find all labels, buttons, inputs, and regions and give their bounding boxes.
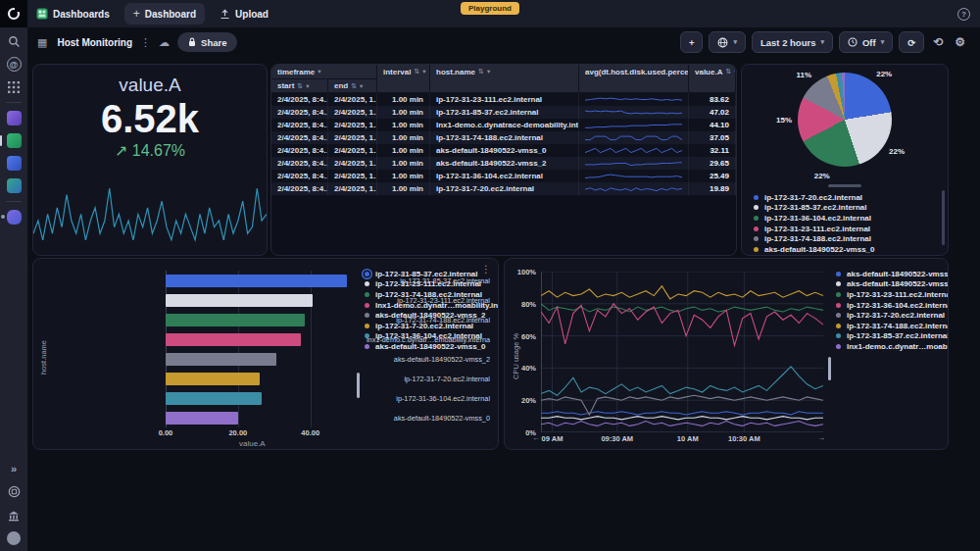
- legend-item[interactable]: ip-172-31-85-37.ec2.internal: [754, 203, 948, 214]
- expand-sidebar-icon[interactable]: »: [7, 461, 22, 476]
- legend-label: ip-172-31-7-20.ec2.internal: [764, 193, 862, 202]
- disk-sparkline: [585, 183, 682, 194]
- legend-item[interactable]: ip-172-31-85-37.ec2.internal: [836, 331, 949, 342]
- time-range-dropdown[interactable]: Last 2 hours ▾: [752, 31, 833, 53]
- sort-icon: ⇅: [351, 82, 357, 90]
- column-header-value[interactable]: value.A ⇅ ▾: [689, 65, 736, 93]
- legend-item[interactable]: aks-default-18490522-vmss_0: [754, 244, 948, 255]
- top-app-bar: Dashboards + Dashboard Upload Playground…: [0, 0, 980, 27]
- table-row[interactable]: 2/4/2025, 8:4…2/4/2025, 1…1.00 minip-172…: [271, 106, 736, 119]
- column-header-interval[interactable]: interval ⇅ ▾: [377, 65, 430, 93]
- auto-refresh-dropdown[interactable]: Off ▾: [839, 31, 893, 53]
- x-tick-label: 40.00: [301, 428, 319, 437]
- legend-item[interactable]: ip-172-31-74-188.ec2.internal: [836, 321, 949, 331]
- legend-item[interactable]: ip-172-31-23-111.ec2.internal: [836, 289, 949, 300]
- legend-dot: [836, 272, 841, 276]
- bar-row: [166, 392, 354, 405]
- table-row[interactable]: 2/4/2025, 8:4…2/4/2025, 1…1.00 minip-172…: [271, 131, 736, 144]
- column-header-host[interactable]: host.name ⇅ ▾: [430, 65, 579, 93]
- column-header-end[interactable]: end ⇅ ▾: [328, 79, 377, 93]
- bar[interactable]: [166, 412, 238, 425]
- table-row[interactable]: 2/4/2025, 8:4…2/4/2025, 1…1.00 minip-172…: [271, 93, 736, 106]
- bar[interactable]: [166, 314, 305, 326]
- legend-scrollbar[interactable]: [942, 190, 945, 245]
- share-button[interactable]: Share: [177, 32, 237, 52]
- trend-up-icon: ↗: [115, 142, 127, 159]
- disk-pie-panel[interactable]: 22%22%22%15%11%3%0% ip-172-31-7-20.ec2.i…: [741, 64, 949, 256]
- bar[interactable]: [166, 294, 313, 307]
- legend-item[interactable]: ip-172-31-36-104.ec2.internal: [836, 300, 949, 311]
- dashboard-menu-icon[interactable]: ⋮: [140, 36, 151, 49]
- chevron-down-icon: ▾: [360, 82, 363, 90]
- cell-end: 2/4/2025, 1…: [328, 157, 377, 170]
- table-row[interactable]: 2/4/2025, 8:4…2/4/2025, 1…1.00 minlnx1-d…: [271, 119, 736, 131]
- legend-item[interactable]: aks-default-18490522-vmss_0: [836, 269, 949, 279]
- legend-item[interactable]: ip-172-31-36-104.ec2.internal: [754, 213, 948, 224]
- table-row[interactable]: 2/4/2025, 8:4…2/4/2025, 1…1.00 minaks-de…: [271, 144, 736, 157]
- legend-scrollbar[interactable]: [828, 357, 831, 380]
- legend-item[interactable]: ip-172-31-7-20.ec2.internal: [754, 192, 948, 203]
- legend-scrollbar[interactable]: [357, 373, 360, 398]
- pan-right-icon[interactable]: →: [817, 433, 825, 442]
- search-icon[interactable]: [7, 34, 22, 49]
- sidebar-item-dashboards[interactable]: [7, 133, 22, 148]
- apps-grid-icon[interactable]: [7, 79, 22, 94]
- tab-dashboard[interactable]: + Dashboard: [124, 3, 205, 25]
- disk-sparkline: [585, 171, 682, 181]
- kpi-panel[interactable]: value.A 6.52k ↗ 14.67%: [32, 64, 268, 256]
- table-row[interactable]: 2/4/2025, 8:4…2/4/2025, 1…1.00 minaks-de…: [271, 157, 736, 170]
- bar[interactable]: [166, 333, 301, 346]
- bar[interactable]: [166, 373, 260, 385]
- sidebar-divider: [6, 102, 22, 103]
- history-button[interactable]: ⟲: [930, 31, 946, 53]
- column-label: avg(dt.host.disk.used.percent): [585, 68, 689, 76]
- chevron-down-icon: ▾: [422, 68, 425, 75]
- cell-host: aks-default-18490522-vmss_0: [430, 144, 579, 157]
- column-header-start[interactable]: start ⇅ ▾: [271, 79, 328, 93]
- user-avatar[interactable]: [7, 531, 21, 545]
- time-range-label: Last 2 hours: [760, 37, 816, 48]
- academy-icon[interactable]: [7, 508, 22, 523]
- add-tile-button[interactable]: +: [680, 31, 704, 53]
- sidebar-item-clouds[interactable]: [7, 111, 22, 125]
- legend-resize-handle[interactable]: [828, 184, 861, 187]
- notification-dot: [1, 215, 5, 219]
- legend-item[interactable]: lnx1-demo.c.dynatr…moability.internal: [836, 341, 949, 352]
- settings-button[interactable]: ⚙: [952, 31, 968, 53]
- playground-badge[interactable]: Playground: [461, 2, 519, 15]
- copilot-icon[interactable]: @: [7, 57, 22, 72]
- value-bar-panel[interactable]: ⋮ host.name 0.0020.0040.00 value.A ip-17…: [32, 258, 499, 450]
- bar[interactable]: [166, 392, 262, 405]
- disk-sparkline: [585, 158, 682, 169]
- bar[interactable]: [166, 353, 276, 366]
- table-row[interactable]: 2/4/2025, 8:4…2/4/2025, 1…1.00 minip-172…: [271, 170, 736, 182]
- upload-button[interactable]: Upload: [211, 0, 277, 27]
- column-label: end: [334, 81, 348, 90]
- sidebar-item-storage[interactable]: [7, 210, 22, 225]
- legend-item[interactable]: ip-172-31-23-111.ec2.internal: [754, 224, 948, 234]
- pan-left-icon[interactable]: ←: [532, 433, 540, 442]
- table-row[interactable]: 2/4/2025, 8:4…2/4/2025, 1…1.00 minip-172…: [271, 182, 736, 195]
- app-logo[interactable]: [0, 0, 27, 27]
- cpu-line-panel[interactable]: CPU usage % 0%20%40%60%80%100% 09 AM09:3…: [504, 258, 949, 450]
- sidebar-item-kubernetes[interactable]: [7, 178, 22, 193]
- hosts-table-panel[interactable]: timeframe ▾ start ⇅ ▾ end ⇅ ▾ interval ⇅…: [270, 64, 737, 256]
- help-icon[interactable]: ?: [957, 8, 970, 21]
- cell-host: lnx1-demo.c.dynatrace-demoability.intern…: [430, 119, 579, 131]
- legend-dot: [836, 292, 841, 297]
- cell-start: 2/4/2025, 8:4…: [271, 93, 328, 106]
- legend-item[interactable]: aks-default-18490522-vmss_2: [836, 279, 949, 290]
- pie-circle[interactable]: [798, 73, 892, 167]
- refresh-button[interactable]: ⟳: [899, 31, 924, 53]
- variables-dropdown[interactable]: ▾: [709, 31, 746, 53]
- nav-dashboards[interactable]: Dashboards: [27, 0, 119, 27]
- legend-item[interactable]: ip-172-31-7-20.ec2.internal: [836, 310, 949, 321]
- sidebar-item-notebooks[interactable]: [7, 156, 22, 171]
- help-center-icon[interactable]: [7, 484, 22, 499]
- column-header-avg-disk[interactable]: avg(dt.host.disk.used.percent) ▾: [579, 65, 689, 93]
- bar[interactable]: [166, 275, 347, 287]
- legend-item[interactable]: ip-172-31-74-188.ec2.internal: [754, 233, 948, 244]
- column-header-timeframe[interactable]: timeframe ▾: [271, 65, 377, 79]
- cell-start: 2/4/2025, 8:4…: [271, 170, 328, 182]
- kpi-title: value.A: [119, 75, 180, 96]
